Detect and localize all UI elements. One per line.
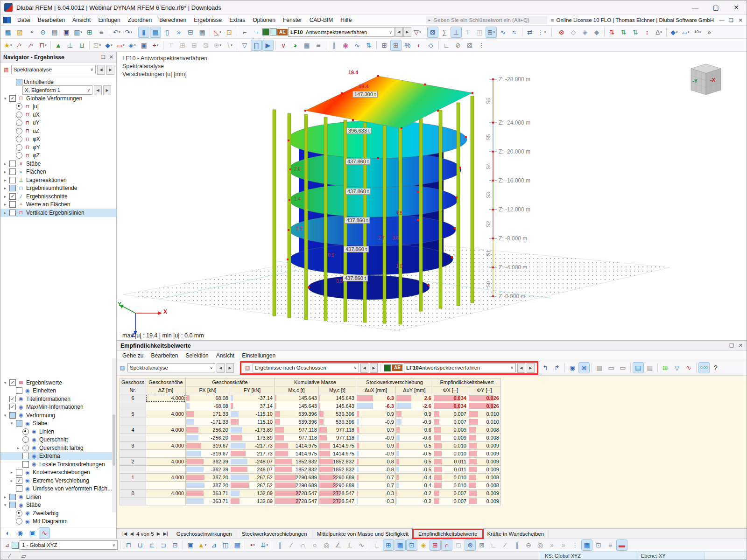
camera-view-icon[interactable]: ▣ (27, 527, 38, 539)
panel-float-icon[interactable]: ❏ (101, 54, 106, 60)
tree-uy[interactable]: ⊓uY (0, 119, 116, 127)
menu-datei[interactable]: Datei (14, 15, 34, 25)
table-cell[interactable]: 0.009 (468, 490, 500, 497)
table-cell[interactable]: 0.011 (433, 466, 468, 474)
select-window-icon[interactable]: ⊓ (123, 539, 134, 551)
table-cell[interactable]: 0.011 (433, 458, 468, 466)
table-cell[interactable]: 0.010 (433, 442, 468, 450)
view-zoom-icon[interactable]: ⊿ (208, 539, 219, 551)
show-in-model-icon[interactable]: ◉ (567, 362, 578, 373)
edit-box-icon[interactable]: ⊡ (224, 27, 235, 38)
draw-arc-icon[interactable]: ∩ (297, 539, 309, 551)
circle-cross-icon[interactable]: ⊗ (465, 539, 476, 551)
move-z-icon[interactable]: ⇅ (630, 27, 641, 38)
table-cell[interactable]: -0.6 (395, 434, 433, 442)
tree-ergebnisschnitte[interactable]: ▸✓∕Ergebnisschnitte (0, 192, 116, 201)
table-cell[interactable]: 0.009 (433, 426, 468, 434)
select-solid-icon[interactable]: ⊔ (134, 539, 146, 551)
tree-extrema[interactable]: ◉Extrema (0, 452, 116, 461)
menu-fenster[interactable]: Fenster (279, 15, 306, 25)
coord-system-dropdown[interactable]: 1 - Global XYZ∨ (20, 540, 118, 550)
table-cell[interactable]: 2728.547 (318, 497, 356, 505)
jump-back-icon[interactable]: ↰ (540, 362, 551, 373)
table-cell[interactable]: 4 (120, 426, 146, 434)
insert-right-icon[interactable]: ¬ (251, 27, 262, 38)
grid-settings-icon[interactable]: ▦ (395, 539, 406, 551)
doc-minimize-icon[interactable]: — (718, 17, 726, 23)
solid-icon[interactable]: ◆▾ (103, 40, 114, 51)
tree-u-abs[interactable]: ⊓|u| (0, 103, 116, 111)
redo-icon[interactable]: ↷▾ (123, 27, 134, 38)
table-cell[interactable]: 0.7 (356, 474, 395, 482)
move-xyz-icon[interactable]: ↕ (641, 27, 653, 38)
table-cell[interactable]: -0.9 (356, 434, 395, 442)
program-options-icon[interactable]: ⊙ (37, 27, 49, 38)
table-cell[interactable]: 0.5 (395, 458, 433, 466)
table-cell[interactable] (120, 402, 146, 410)
excel-export-icon[interactable]: ⊞ (660, 362, 671, 373)
draw-polyline-icon[interactable]: ∕ (286, 539, 297, 551)
table-cell[interactable]: 2290.689 (274, 482, 318, 490)
table-cell[interactable]: 4.000 (146, 474, 185, 482)
panel-float-icon[interactable]: ❏ (729, 343, 734, 349)
table-cell[interactable] (120, 466, 146, 474)
doc-restore-icon[interactable]: ❏ (727, 17, 735, 23)
table-cell[interactable]: 1852.832 (318, 458, 356, 466)
help-icon[interactable]: ? (710, 362, 721, 373)
animation-icon[interactable]: ▶ (262, 40, 274, 51)
table-cell[interactable]: -0.8 (356, 466, 395, 474)
table-cell[interactable]: 256.20 (185, 426, 230, 434)
grid-snap-icon[interactable]: ⊞ (383, 539, 394, 551)
panel-close-icon[interactable]: ✕ (739, 343, 743, 349)
dimensions-icon[interactable]: 10▾ (692, 27, 703, 38)
table-cell[interactable]: -0.9 (356, 418, 395, 426)
node-icon[interactable]: ★▾ (2, 40, 14, 51)
snap-point-icon[interactable]: •▾ (247, 539, 258, 551)
table-cell[interactable]: 145.643 (274, 402, 318, 410)
table-filtered-icon[interactable]: ▭ (617, 362, 628, 373)
table-cell[interactable] (120, 497, 146, 505)
table-cell[interactable]: 4.000 (146, 410, 185, 418)
menu-bearbeiten[interactable]: Bearbeiten (34, 15, 69, 25)
table-cell[interactable]: -6.3 (356, 402, 395, 410)
undo-icon[interactable]: ↶▾ (111, 27, 122, 38)
table-pager[interactable]: |◀◀4 von 5▶▶| (119, 531, 172, 537)
maximize-button[interactable]: ▢ (705, 1, 726, 14)
table-cell[interactable]: 0.007 (433, 418, 468, 426)
arrows-2-icon[interactable]: » (558, 539, 569, 551)
tree-globale-verformungen[interactable]: ▾✓⊓Globale Verformungen (0, 94, 116, 103)
draw-circle-icon[interactable]: ○ (309, 539, 320, 551)
table-cell[interactable]: 0 (120, 490, 146, 497)
tree-ergebniswerte[interactable]: ▾✓⊠Ergebniswerte (0, 378, 116, 387)
polyline-icon[interactable]: ⊓▾ (37, 40, 49, 51)
move-x-icon[interactable]: ⇅ (606, 27, 618, 38)
table-cell[interactable]: -363.71 (185, 497, 230, 505)
table-cell[interactable]: 6.3 (356, 394, 395, 402)
grid-icon[interactable]: ⊞ (379, 40, 390, 51)
menu-optionen[interactable]: Optionen (249, 15, 279, 25)
tree-zweifarbig[interactable]: ◉Zweifarbig (0, 509, 116, 518)
panel-menu-gehezu[interactable]: Gehe zu (119, 350, 147, 361)
grid-on-icon[interactable]: ▦ (581, 539, 592, 551)
table-cell[interactable]: 4.000 (146, 442, 185, 450)
filter-remove-icon[interactable]: ▽▾ (412, 27, 423, 38)
panel-analysis-dropdown[interactable]: Spektralanalyse∨ (127, 363, 215, 372)
draw-line-icon[interactable]: ∥ (274, 539, 285, 551)
table-cell[interactable]: 0.2 (395, 490, 433, 497)
table-cell[interactable]: 0.008 (468, 474, 500, 482)
navigator-panel-icon[interactable]: ▮ (138, 27, 149, 38)
draw-spline-icon[interactable]: ∿ (356, 539, 367, 551)
work-plane-icon[interactable]: ▱▾ (680, 27, 691, 38)
tab-empfindlichkeitsbeiwerte[interactable]: Empfindlichkeitsbeiwerte (414, 530, 483, 538)
views-icon[interactable]: ◆▾ (669, 27, 680, 38)
move-y-icon[interactable]: ⇅ (618, 27, 629, 38)
table-cell[interactable] (120, 418, 146, 426)
tree-werte-an-flaechen[interactable]: ▸±Werte an Flächen (0, 201, 116, 209)
print-icon[interactable]: ▥▾ (72, 27, 84, 38)
table-cell[interactable]: 2290.689 (318, 474, 356, 482)
percent-icon[interactable]: % (402, 40, 413, 51)
table-cell[interactable]: 145.643 (318, 402, 356, 410)
table-cell[interactable]: -0.4 (395, 482, 433, 490)
table-cell[interactable]: 0.010 (433, 474, 468, 482)
table-cell[interactable]: -319.67 (185, 450, 230, 458)
